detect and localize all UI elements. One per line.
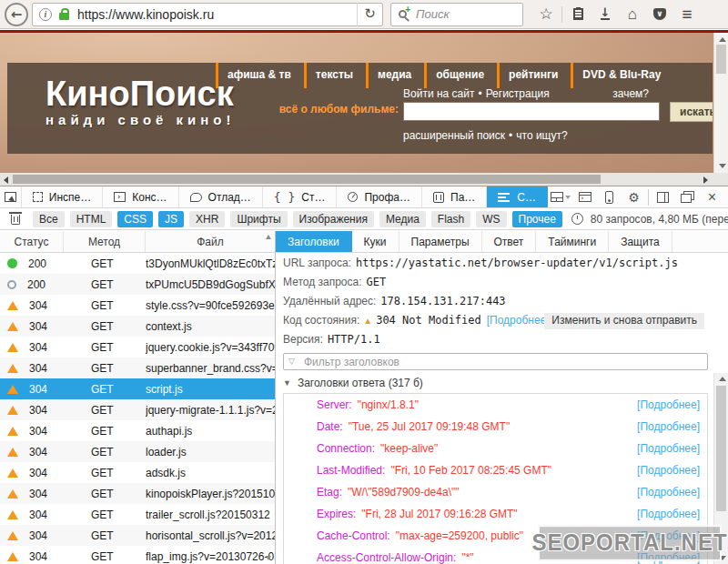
status-details-link[interactable]: [Подробнее] [487,314,550,327]
detail-tab-Куки[interactable]: Куки [352,231,399,252]
devtools-tab-console[interactable]: ›Конс… [103,186,178,207]
site-nav-item[interactable]: рейтинги [497,63,571,88]
reload-button[interactable]: ↻ [357,3,382,26]
devtools-tab-inspector[interactable]: Инспе… [22,186,103,207]
table-row[interactable]: 304GETstyle.css?v=90fce592693e6e [0,295,275,316]
table-row[interactable]: 304GETsuperbanner_brand.css?v=2 [0,358,275,378]
table-row[interactable]: 304GETloader.js [0,441,275,462]
what-search-link[interactable]: что ищут? [516,129,568,142]
detail-tab-Параметры[interactable]: Параметры [399,231,482,252]
header-details-link[interactable]: [Подробнее] [637,481,700,503]
page-horizontal-scrollbar[interactable] [0,173,713,186]
table-row[interactable]: 304GEThorisontal_scroll.js?v=20120 [0,525,275,546]
table-row[interactable]: 304GETjquery-migrate-1.1.1.js?v=2 [0,399,275,420]
site-logo[interactable]: КиноПоиск найди своё кино! [46,76,236,128]
filter-xhr[interactable]: XHR [189,211,225,227]
edit-resend-button[interactable]: Изменить и снова отправить [544,313,704,329]
detail-tab-Заголовки[interactable]: Заголовки [276,231,352,252]
filter-изображения[interactable]: Изображения [293,211,374,227]
site-nav-item[interactable]: общение [424,63,497,88]
url-bar[interactable]: i https://www.kinopoisk.ru ↻ [32,3,383,26]
filter-flash[interactable]: Flash [431,211,470,227]
header-details-link[interactable]: [Подробнее] [637,459,700,481]
clear-requests-icon[interactable] [11,215,20,225]
info-icon[interactable]: i [39,8,52,21]
column-header-Метод[interactable]: Метод [64,231,146,252]
search-box[interactable]: + Поиск [390,3,523,26]
devtools-tab-debugger[interactable]: Отлад… [179,186,263,207]
scroll-up-icon[interactable] [719,37,726,42]
advanced-search-link[interactable]: расширенный поиск [403,129,505,142]
scroll-down-icon[interactable] [719,164,726,168]
detail-tab-Ответ[interactable]: Ответ [482,231,537,252]
login-link[interactable]: Войти на сайт [403,87,474,100]
table-row[interactable]: 200GETtxPUmcU5DB9dGogSubfXG. [0,274,275,295]
header-details-link[interactable]: [Подробнее] [637,416,700,438]
why-link[interactable]: зачем? [612,87,649,100]
scroll-right-icon[interactable] [703,176,708,184]
table-row[interactable]: 304GETflap_img.js?v=20130726-01 [0,546,275,564]
header-details-link[interactable]: [Подробнее] [637,394,700,416]
detail-tab-Тайминги[interactable]: Тайминги [536,231,609,252]
filter-прочее[interactable]: Прочее [512,211,562,227]
pick-element-button[interactable] [0,186,22,207]
response-headers-section[interactable]: ▼Заголовки ответа (317 б) [276,373,728,393]
column-header-Файл[interactable]: Файл [146,231,275,252]
menu-button[interactable]: ≡ [673,2,701,27]
performance-analysis-icon[interactable] [571,213,583,225]
list-scroll-down-icon[interactable] [266,556,271,560]
site-nav-item[interactable]: DVD & Blu-Ray [571,63,673,88]
devtools-detach-window-button[interactable] [675,187,700,207]
site-search-input[interactable] [403,102,660,121]
back-button[interactable]: ← [5,3,28,26]
filter-html[interactable]: HTML [70,211,113,227]
detail-scroll-thumb[interactable] [716,386,726,511]
url-text[interactable]: https://www.kinopoisk.ru [77,7,357,22]
filter-все[interactable]: Все [33,211,65,227]
headers-filter-input[interactable] [283,353,708,370]
table-row[interactable]: 304GETkinopoiskPlayer.js?20151011 [0,483,275,504]
filter-шрифты[interactable]: Шрифты [230,211,287,227]
lock-icon[interactable] [59,13,69,20]
scroll-left-icon[interactable] [4,176,8,184]
table-row[interactable]: 304GETtrailer_scroll.js?20150312 [0,504,275,525]
page-vertical-scrollbar[interactable] [713,33,728,173]
devtools-responsive-mode-button[interactable] [597,187,622,207]
register-link[interactable]: Регистрация [486,87,550,100]
table-row[interactable]: 304GETcontext.js [0,316,275,337]
vertical-scroll-thumb[interactable] [716,45,726,74]
site-nav-item[interactable]: тексты [304,63,366,88]
detail-scroll-up-icon[interactable] [719,377,726,381]
horizontal-scroll-thumb[interactable] [13,175,601,184]
site-search-button[interactable]: искать [670,102,713,122]
search-placeholder[interactable]: Поиск [416,7,450,21]
bookmarks-menu-button[interactable] [564,2,592,27]
devtools-tab-network[interactable]: С… [487,186,548,207]
downloads-button[interactable]: ↓ [592,2,619,27]
table-row[interactable]: 304GETauthapi.js [0,420,275,441]
table-row[interactable]: 304GETadsdk.js [0,462,275,483]
table-row[interactable]: 304GETscript.js [0,378,275,399]
devtools-tab-style-editor[interactable]: { }Ст… [263,186,338,207]
table-row[interactable]: 304GETjquery.cookie.js?v=343ff709 [0,337,275,358]
filter-css[interactable]: CSS [117,211,153,227]
detail-tab-Защита[interactable]: Защита [609,231,672,252]
devtools-split-console-button[interactable] [548,187,572,207]
bookmark-star-button[interactable]: ☆ [532,2,560,27]
filter-ws[interactable]: WS [476,211,506,227]
home-button[interactable]: ⌂ [619,2,646,27]
table-row[interactable]: 200GETt3DyonMUklQtlD8zEc0txTzh [0,253,275,274]
filter-js[interactable]: JS [158,211,184,227]
filter-медиа[interactable]: Медиа [379,211,426,227]
devtools-close-button[interactable]: × [700,187,724,207]
devtools-settings-button[interactable]: ⚙ [622,187,646,207]
list-scroll-up-icon[interactable] [266,235,271,239]
site-nav-item[interactable]: медиа [366,63,424,88]
header-details-link[interactable]: [Подробнее] [637,438,700,459]
devtools-sidebar-toggle-button[interactable] [651,187,675,207]
column-header-Статус[interactable]: Статус [0,231,64,252]
devtools-tab-performance[interactable]: Па… [422,186,487,207]
devtools-tab-profiler[interactable]: Профа… [337,186,422,207]
devtools-console-panel-button[interactable] [572,187,597,207]
section-collapse-icon[interactable]: ▼ [283,373,291,393]
